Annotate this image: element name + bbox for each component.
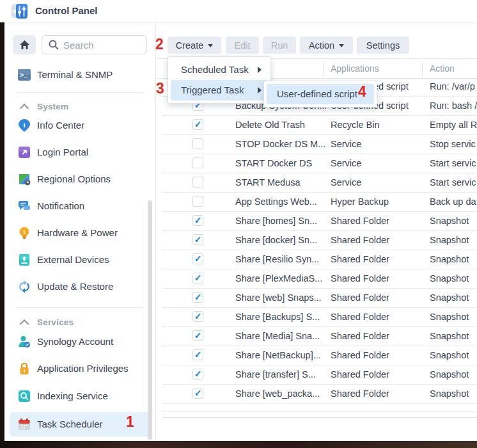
row-checkbox-unchecked[interactable] — [192, 138, 203, 149]
task-applications: Shared Folder — [331, 346, 425, 365]
home-icon — [19, 40, 30, 50]
sidebar-scrollbar[interactable] — [148, 200, 152, 440]
task-name: START Medusa — [235, 173, 326, 192]
column-header-action[interactable]: Action — [430, 59, 455, 78]
row-checkbox-unchecked[interactable] — [192, 177, 203, 188]
menu-item-scheduled-task[interactable]: Scheduled Task — [171, 60, 268, 80]
task-action: Stop servic — [430, 135, 477, 154]
sidebar-item-synology-account[interactable]: Synology Account — [4, 330, 155, 354]
task-applications: Shared Folder — [331, 365, 425, 384]
table-row[interactable]: ✓Share [NetBackup]...Shared FolderSnapsh… — [162, 346, 477, 365]
run-button-label: Run — [271, 40, 288, 51]
create-button-label: Create — [176, 40, 204, 51]
sidebar-item-application-privileges[interactable]: Application Privileges — [4, 356, 155, 381]
table-row[interactable]: ✓Share [docker] Sn...Shared FolderSnapsh… — [162, 231, 477, 250]
regional-options-icon — [18, 173, 31, 186]
notification-icon — [18, 200, 31, 212]
sidebar-item-regional-options[interactable]: Regional Options — [4, 167, 155, 191]
row-checkbox-checked[interactable]: ✓ — [192, 253, 203, 264]
task-action: Empty all R — [430, 116, 477, 134]
sidebar-item-terminal-snmp[interactable]: >_ Terminal & SNMP — [4, 63, 155, 87]
task-action: Snapshot — [430, 289, 477, 307]
table-row[interactable]: App Settings Web...Hyper BackupBack up d… — [162, 193, 477, 212]
task-applications: Shared Folder — [331, 385, 425, 403]
row-checkbox-unchecked[interactable] — [192, 157, 203, 168]
sidebar-item-notification[interactable]: Notification — [4, 194, 155, 218]
edit-button-label: Edit — [235, 40, 251, 51]
column-separator[interactable] — [323, 61, 324, 76]
edit-button[interactable]: Edit — [226, 36, 259, 54]
task-scheduler-icon — [18, 418, 31, 431]
table-row[interactable]: ✓Delete Old TrashRecycle BinEmpty all R — [162, 116, 477, 135]
row-checkbox-checked[interactable]: ✓ — [192, 215, 203, 226]
sidebar-item-label: Notification — [37, 194, 84, 218]
sidebar-item-indexing-service[interactable]: Indexing Service — [4, 384, 155, 408]
task-applications: Recycle Bin — [331, 116, 425, 134]
task-action: Snapshot — [430, 365, 477, 384]
table-row[interactable]: ✓Share [Backups] S...Shared FolderSnapsh… — [162, 308, 477, 327]
sidebar-item-update-restore[interactable]: Update & Restore — [4, 275, 155, 299]
annotation-3: 3 — [156, 80, 164, 97]
sidebar-item-info-center[interactable]: i Info Center — [4, 113, 155, 138]
sidebar-divider — [16, 307, 144, 308]
table-row[interactable]: ✓Share [Resilio Syn...Shared FolderSnaps… — [162, 250, 477, 269]
chevron-up-icon — [20, 104, 29, 113]
task-applications: Shared Folder — [331, 289, 425, 307]
svg-text:>_: >_ — [20, 72, 28, 79]
row-checkbox-checked[interactable]: ✓ — [192, 292, 203, 303]
task-name: Share [PlexMediaS... — [235, 269, 326, 288]
task-action: Snapshot — [430, 250, 477, 269]
table-row[interactable]: STOP Docker DS M...ServiceStop servic — [162, 135, 477, 154]
row-checkbox-checked[interactable]: ✓ — [192, 311, 203, 322]
create-button[interactable]: Create — [168, 36, 221, 54]
settings-button[interactable]: Settings — [357, 36, 409, 54]
svg-text:i: i — [23, 121, 25, 129]
sidebar-item-login-portal[interactable]: Login Portal — [4, 140, 155, 164]
annotation-2: 2 — [155, 36, 164, 53]
sidebar-item-hardware-power[interactable]: 1 Hardware & Power — [4, 221, 155, 245]
column-separator[interactable] — [422, 61, 423, 76]
row-checkbox-checked[interactable]: ✓ — [192, 119, 203, 130]
task-action: Start servic — [430, 173, 477, 192]
row-checkbox-checked[interactable]: ✓ — [192, 349, 203, 360]
task-action: Snapshot — [430, 327, 477, 346]
table-row[interactable]: ✓Share [Media] Sna...Shared FolderSnapsh… — [162, 327, 477, 346]
task-name: Share [transfer] S... — [235, 365, 326, 384]
action-button[interactable]: Action — [300, 36, 353, 54]
task-name: STOP Docker DS M... — [235, 135, 326, 154]
submenu-arrow-icon — [258, 87, 262, 93]
table-row[interactable]: ✓Share [homes] Sn...Shared FolderSnapsho… — [162, 212, 477, 231]
task-name: Share [homes] Sn... — [235, 212, 326, 230]
row-checkbox-unchecked[interactable] — [192, 196, 203, 207]
task-applications: Service — [331, 173, 425, 192]
column-header-applications[interactable]: Applications — [331, 59, 379, 78]
grid-separator — [162, 411, 477, 412]
menu-item-label: User-defined script — [277, 88, 357, 99]
application-privileges-icon — [18, 362, 31, 375]
caret-down-icon — [339, 44, 344, 47]
table-row[interactable]: START Docker DSServiceStart servic — [162, 154, 477, 173]
sidebar-item-external-devices[interactable]: External Devices — [4, 248, 155, 272]
table-row[interactable]: ✓Share [PlexMediaS...Shared FolderSnapsh… — [162, 269, 477, 289]
table-row[interactable]: ✓Share [web] Snaps...Shared FolderSnapsh… — [162, 289, 477, 308]
task-applications: Shared Folder — [331, 327, 425, 346]
row-checkbox-checked[interactable]: ✓ — [192, 234, 203, 245]
table-row[interactable]: START MedusaServiceStart servic — [162, 173, 477, 193]
home-button[interactable] — [13, 35, 36, 54]
task-action: Snapshot — [430, 231, 477, 250]
menu-item-triggered-task[interactable]: Triggered Task — [171, 80, 268, 100]
table-row[interactable]: ✓Share [transfer] S...Shared FolderSnaps… — [162, 365, 477, 385]
table-body: ✓User-defined scriptRun: /var/p✓Backup S… — [156, 77, 477, 404]
task-action: Back up da — [430, 193, 477, 211]
search-input[interactable]: Search — [42, 35, 147, 54]
terminal-icon: >_ — [18, 68, 31, 81]
sidebar-item-label: Hardware & Power — [37, 221, 118, 245]
row-checkbox-checked[interactable]: ✓ — [192, 388, 203, 399]
row-checkbox-checked[interactable]: ✓ — [192, 273, 203, 284]
run-button[interactable]: Run — [263, 36, 296, 54]
table-row[interactable]: ✓Share [web_packa...Shared FolderSnapsho… — [162, 385, 477, 404]
row-checkbox-checked[interactable]: ✓ — [192, 330, 203, 341]
task-applications: Shared Folder — [331, 231, 425, 250]
row-checkbox-checked[interactable]: ✓ — [192, 369, 203, 380]
update-restore-icon — [18, 280, 31, 293]
